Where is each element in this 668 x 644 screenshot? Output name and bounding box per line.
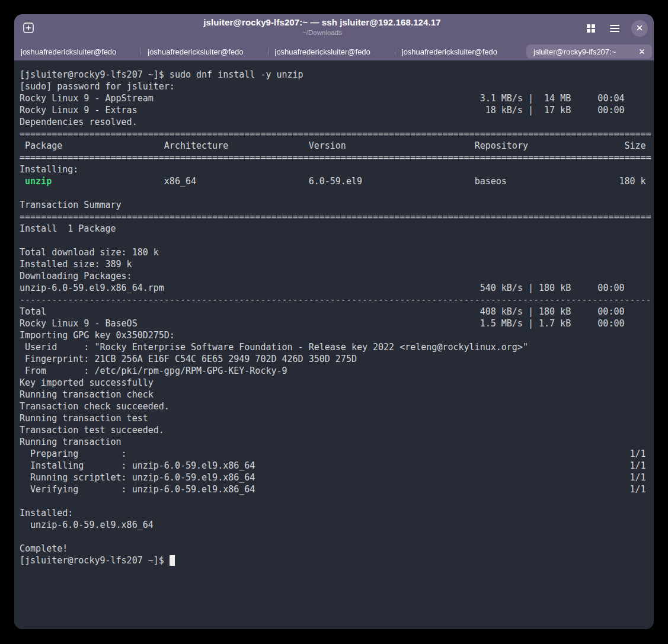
terminal-line: From : /etc/pki/rpm-gpg/RPM-GPG-KEY-Rock… <box>20 365 654 377</box>
terminal-cursor <box>170 555 175 566</box>
tab-label: joshuafredericksluiter@fedo <box>148 47 267 56</box>
tab-bar: joshuafredericksluiter@fedojoshuafrederi… <box>14 43 654 60</box>
terminal-line: unzip-6.0-59.el9.x86_64.rpm 540 kB/s | 1… <box>20 282 654 294</box>
terminal-line: ========================================… <box>20 152 654 164</box>
tab-session-3[interactable]: joshuafredericksluiter@fedo <box>269 44 395 59</box>
tab-label: joshuafredericksluiter@fedo <box>275 47 395 56</box>
main-menu-button[interactable] <box>608 21 622 36</box>
terminal-line <box>20 187 654 199</box>
terminal-line: Running transaction <box>20 436 654 448</box>
tab-overview-button[interactable] <box>584 21 598 36</box>
window-close-icon <box>634 23 645 35</box>
tab-session-1[interactable]: joshuafredericksluiter@fedo <box>14 44 140 59</box>
tab-overview-grid-icon <box>587 24 595 33</box>
headerbar: jsluiter@rocky9-lfs207:~ — ssh jsluiter@… <box>14 14 654 43</box>
new-tab-button[interactable] <box>21 21 36 36</box>
terminal-line: Install 1 Package <box>20 223 654 235</box>
window-close-button[interactable] <box>631 20 648 37</box>
terminal-line: Rocky Linux 9 - AppStream 3.1 MB/s | 14 … <box>20 92 654 104</box>
tab-label: jsluiter@rocky9-lfs207:~ <box>533 47 635 56</box>
terminal-line: Transaction test succeeded. <box>20 424 654 436</box>
terminal-line: [sudo] password for jsluiter: <box>20 81 654 92</box>
hamburger-icon <box>610 25 619 32</box>
terminal-line: Dependencies resolved. <box>20 116 654 128</box>
terminal-line: Total download size: 180 k <box>20 246 654 258</box>
terminal-line: ========================================… <box>20 128 654 140</box>
terminal-line: [jsluiter@rocky9-lfs207 ~]$ sudo dnf ins… <box>20 69 654 81</box>
terminal-line: ----------------------------------------… <box>20 294 654 306</box>
terminal-line: Rocky Linux 9 - Extras 18 kB/s | 17 kB 0… <box>20 104 654 116</box>
terminal-line: Importing GPG key 0x350D275D: <box>20 329 654 341</box>
terminal-line: Total 408 kB/s | 180 kB 00:00 <box>20 306 654 318</box>
terminal-line: Running scriptlet: unzip-6.0-59.el9.x86_… <box>20 472 654 483</box>
terminal-line: Installed: <box>20 507 654 519</box>
terminal-line: Verifying : unzip-6.0-59.el9.x86_64 1/1 <box>20 483 654 495</box>
tab-label: joshuafredericksluiter@fedo <box>21 47 140 56</box>
terminal-line: unzip-6.0-59.el9.x86_64 <box>20 519 654 531</box>
terminal-line: Key imported successfully <box>20 377 654 389</box>
terminal-line: Transaction check succeeded. <box>20 401 654 412</box>
tab-close-icon <box>638 47 646 56</box>
terminal-line: Running transaction test <box>20 412 654 424</box>
terminal-line: Complete! <box>20 543 654 555</box>
terminal-line: Installing: <box>20 164 654 175</box>
terminal-line: Installed size: 389 k <box>20 258 654 270</box>
window-titles: jsluiter@rocky9-lfs207:~ — ssh jsluiter@… <box>85 17 559 36</box>
terminal-line <box>20 235 654 246</box>
terminal-line: [jsluiter@rocky9-lfs207 ~]$ <box>20 555 654 566</box>
terminal-line: unzip x86_64 6.0-59.el9 baseos 180 k <box>20 175 654 187</box>
window-subtitle: ~/Downloads <box>85 29 559 36</box>
terminal-line: Userid : "Rocky Enterprise Software Foun… <box>20 341 654 353</box>
terminal-line <box>20 531 654 543</box>
terminal-line <box>20 495 654 507</box>
tab-session-2[interactable]: joshuafredericksluiter@fedo <box>141 44 267 59</box>
terminal-line: Package Architecture Version Repository … <box>20 140 654 152</box>
tab-session-4[interactable]: joshuafredericksluiter@fedo <box>395 44 522 59</box>
new-tab-plus-icon <box>23 23 34 35</box>
terminal-window: jsluiter@rocky9-lfs207:~ — ssh jsluiter@… <box>14 14 654 629</box>
window-title: jsluiter@rocky9-lfs207:~ — ssh jsluiter@… <box>85 17 559 27</box>
highlighted-text: unzip <box>20 176 52 187</box>
terminal-line: Rocky Linux 9 - BaseOS 1.5 MB/s | 1.7 kB… <box>20 318 654 329</box>
tab-close-button[interactable] <box>635 45 648 58</box>
tab-label: joshuafredericksluiter@fedo <box>402 47 522 56</box>
terminal-line: Downloading Packages: <box>20 270 654 282</box>
terminal-line: Fingerprint: 21CB 256A E16F C54C 6E65 29… <box>20 353 654 365</box>
tab-active-rocky9[interactable]: jsluiter@rocky9-lfs207:~ <box>526 44 652 59</box>
terminal-line: Preparing : 1/1 <box>20 448 654 460</box>
terminal-line: ========================================… <box>20 211 654 223</box>
terminal-line: Transaction Summary <box>20 199 654 211</box>
terminal-output[interactable]: [jsluiter@rocky9-lfs207 ~]$ sudo dnf ins… <box>14 60 654 629</box>
terminal-line: Running transaction check <box>20 389 654 401</box>
terminal-line: Installing : unzip-6.0-59.el9.x86_64 1/1 <box>20 460 654 472</box>
